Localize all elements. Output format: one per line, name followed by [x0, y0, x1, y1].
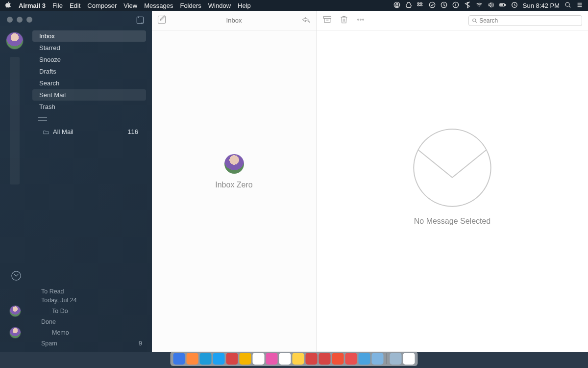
folder-label: Trash [39, 103, 55, 110]
svg-point-17 [414, 129, 490, 206]
menu-folders[interactable]: Folders [180, 2, 201, 9]
folder-sent[interactable]: Sent Mail [32, 89, 146, 101]
sidebar-divider-icon[interactable] [38, 117, 47, 121]
menu-messages[interactable]: Messages [144, 2, 173, 9]
menubar-clock[interactable]: Sun 8:42 PM [523, 2, 560, 9]
dropbox-icon[interactable] [417, 1, 424, 10]
dock-app[interactable] [200, 353, 212, 365]
smart-label: Done [41, 318, 56, 325]
shield-icon[interactable] [441, 1, 447, 10]
folder-drafts[interactable]: Drafts [32, 66, 146, 77]
smart-spam[interactable]: Spam 9 [0, 339, 152, 348]
smart-memo[interactable]: Memo [0, 326, 152, 339]
dock-app[interactable] [253, 353, 265, 365]
sidebar-bottom: To Read Today, Jul 24 To Do Done Memo Sp… [0, 270, 152, 352]
dock-app[interactable] [187, 353, 198, 365]
dock-app[interactable] [213, 353, 225, 365]
empty-avatar [224, 154, 244, 174]
dock-app[interactable] [173, 353, 185, 365]
traffic-close[interactable] [7, 17, 13, 23]
menu-view[interactable]: View [123, 2, 137, 9]
folder-snooze[interactable]: Snooze [32, 54, 146, 65]
menu-edit[interactable]: Edit [70, 2, 80, 9]
dock-app[interactable] [403, 353, 415, 365]
unread-count: 116 [127, 128, 142, 135]
apple-menu[interactable] [5, 1, 12, 10]
dock-app[interactable] [266, 353, 278, 365]
smart-today[interactable]: Today, Jul 24 [0, 296, 152, 305]
folder-label: Sent Mail [39, 91, 66, 99]
folder-starred[interactable]: Starred [32, 42, 146, 53]
inbox-zero-text: Inbox Zero [215, 181, 252, 189]
svg-rect-6 [500, 4, 503, 6]
dock-separator [387, 353, 387, 364]
folder-trash[interactable]: Trash [32, 101, 146, 112]
dock-app[interactable] [240, 353, 251, 365]
battery-icon[interactable] [499, 1, 506, 10]
dock-app[interactable] [390, 353, 402, 365]
dock-app[interactable] [293, 353, 304, 365]
menu-file[interactable]: File [52, 2, 63, 9]
svg-point-8 [565, 2, 569, 6]
svg-rect-5 [505, 4, 505, 5]
no-message-text: No Message Selected [414, 217, 491, 226]
sidebar: Inbox Starred Snooze Drafts Search Sent … [0, 11, 152, 352]
smart-label: To Read [41, 288, 64, 295]
window-traffic-lights[interactable] [0, 11, 152, 27]
message-list-pane: Inbox Inbox Zero [152, 11, 317, 352]
gdrive-icon[interactable] [405, 1, 412, 10]
macos-dock[interactable] [171, 351, 418, 366]
folder-label: Snooze [39, 56, 61, 63]
avatar [10, 306, 21, 316]
dock-app[interactable] [306, 353, 318, 365]
smart-label: To Do [52, 308, 68, 315]
folder-all-mail[interactable]: All Mail 116 [29, 125, 149, 138]
spotlight-icon[interactable] [564, 1, 571, 10]
menu-composer[interactable]: Composer [87, 2, 117, 9]
traffic-zoom[interactable] [26, 17, 32, 23]
avatar [10, 327, 21, 338]
folder-label: Starred [39, 44, 60, 52]
lock-icon[interactable] [393, 1, 400, 10]
menu-window[interactable]: Window [208, 2, 231, 9]
menu-app-name[interactable]: Airmail 3 [19, 2, 46, 9]
dock-app[interactable] [279, 353, 291, 365]
check-circle-icon[interactable] [429, 1, 436, 10]
folder-label: All Mail [53, 128, 74, 135]
unread-count: 9 [139, 340, 145, 347]
dock-app[interactable] [372, 353, 384, 365]
account-rail [0, 27, 29, 270]
macos-menubar: Airmail 3 File Edit Composer View Messag… [0, 0, 588, 11]
smart-done[interactable]: Done [0, 317, 152, 326]
onepassword-icon[interactable] [452, 1, 459, 10]
folder-search[interactable]: Search [32, 78, 146, 89]
notification-center-icon[interactable] [576, 1, 583, 10]
folder-label: Inbox [39, 32, 55, 40]
traffic-minimize[interactable] [17, 17, 23, 23]
account-avatar[interactable] [6, 32, 23, 49]
envelope-circle-icon [412, 128, 492, 208]
dock-app[interactable] [319, 353, 331, 365]
smart-label: Memo [52, 329, 69, 336]
dock-app[interactable] [359, 353, 370, 365]
reader-empty-state: No Message Selected [317, 16, 588, 337]
wifi-icon[interactable] [476, 1, 483, 10]
bluetooth-icon[interactable] [464, 1, 471, 10]
reading-pane: No Message Selected [317, 11, 588, 352]
rail-scroll-indicator [10, 57, 20, 184]
timemachine-icon[interactable] [511, 1, 518, 10]
dock-app[interactable] [345, 353, 357, 365]
folder-label: Search [39, 79, 59, 87]
menu-help[interactable]: Help [238, 2, 251, 9]
sidebar-sync-icon[interactable] [135, 15, 145, 27]
dock-app[interactable] [226, 353, 238, 365]
svg-point-10 [12, 271, 21, 280]
volume-icon[interactable] [488, 1, 494, 10]
snooze-section-icon[interactable] [11, 270, 152, 283]
dock-app[interactable] [332, 353, 344, 365]
folder-inbox[interactable]: Inbox [32, 30, 146, 42]
smart-to-read[interactable]: To Read [0, 287, 152, 296]
smart-to-do[interactable]: To Do [0, 305, 152, 317]
smart-label: Spam [41, 340, 57, 347]
smart-label: Today, Jul 24 [41, 297, 77, 304]
